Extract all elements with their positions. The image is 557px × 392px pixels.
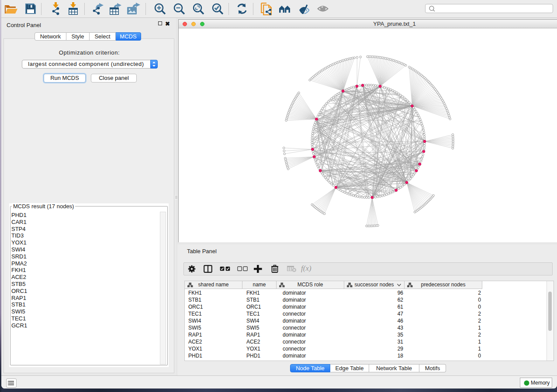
svg-text:f(x): f(x) xyxy=(301,265,311,272)
